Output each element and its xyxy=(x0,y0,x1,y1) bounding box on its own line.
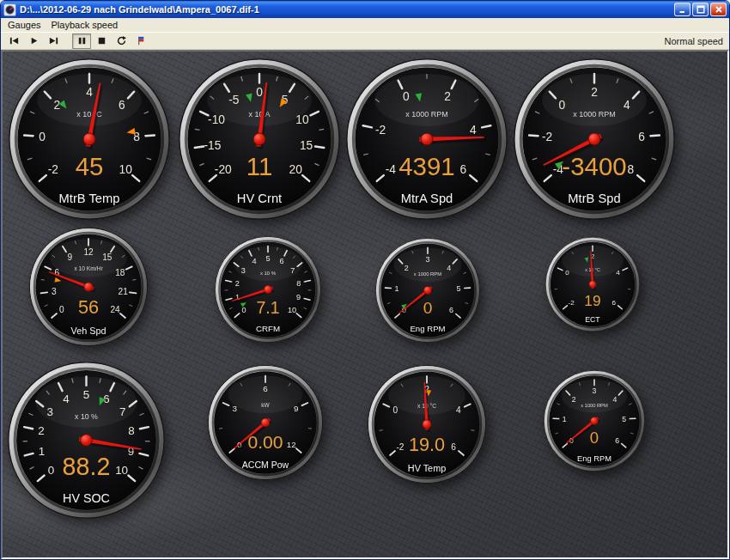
loop-icon xyxy=(116,35,127,46)
gauge-multiplier: x 10 A xyxy=(248,110,270,119)
gauge-scale-number: 15 xyxy=(300,139,313,152)
gauge-multiplier: x 10 % xyxy=(75,412,98,421)
gauge-scale-number: -2 xyxy=(375,124,386,137)
playback-speed-status: Normal speed xyxy=(665,36,726,46)
gauge-scale-number: -5 xyxy=(228,93,240,106)
gauge-multiplier: x 1000 RPM xyxy=(405,110,448,119)
gauge-scale-number: 6 xyxy=(451,442,456,452)
gauge-value: -3400 xyxy=(562,152,626,180)
gauge-eng-rpm: 0123456x 1000 RPM0Eng RPM xyxy=(374,237,481,344)
gauge-scale-number: 7 xyxy=(119,405,125,418)
needle-hub xyxy=(83,133,95,145)
gauge-value: 7.1 xyxy=(256,298,279,317)
gauge-scale-number: 2 xyxy=(405,264,409,272)
gauge-hv-soc: 012345678910x 10 %88.2HV SOC xyxy=(7,361,166,520)
gauge-scale-number: 6 xyxy=(119,99,125,112)
gauge-scale-number: 6 xyxy=(615,436,619,445)
close-button[interactable] xyxy=(710,3,727,16)
loop-playback-button[interactable] xyxy=(112,33,131,49)
gauge-scale-number: 12 xyxy=(287,440,296,449)
app-window: D:\...\2012-06-29 nach Grindelwald\Amper… xyxy=(0,0,730,560)
needle-hub xyxy=(591,417,599,425)
gauge-scale-number: 4 xyxy=(252,257,256,265)
gauge-scale-number: 3 xyxy=(233,404,238,413)
gauge-scale-number: 6 xyxy=(263,384,268,393)
gauge-scale-number: 4 xyxy=(624,99,630,112)
needle-hub xyxy=(589,281,596,288)
pause-button[interactable] xyxy=(72,33,91,49)
gauge-scale-number: 5 xyxy=(83,388,89,401)
gauge-scale-number: 4 xyxy=(456,405,461,414)
gauge-scale-number: 9 xyxy=(296,293,301,301)
gauge-value: 19 xyxy=(584,292,600,309)
skip-to-end-button[interactable] xyxy=(44,33,63,49)
gauge-scale-number: 6 xyxy=(612,299,617,307)
skip-start-icon xyxy=(9,35,20,46)
gauge-mtrb-temp: -20246810x 10 °C45MtrB Temp xyxy=(8,58,171,221)
gauge-scale-number: 2 xyxy=(235,279,240,288)
stop-button[interactable] xyxy=(92,33,111,49)
gauge-scale-number: -10 xyxy=(208,113,225,126)
title-bar[interactable]: D:\...\2012-06-29 nach Grindelwald\Amper… xyxy=(1,1,729,18)
gauge-label: MtrA Spd xyxy=(401,192,453,205)
gauge-scale-number: 10 xyxy=(288,306,296,314)
gauge-panel: -20246810x 10 °C45MtrB Temp-20-15-10-505… xyxy=(1,50,729,559)
needle-hub xyxy=(261,418,270,427)
pause-icon xyxy=(76,35,88,46)
gauge-scale-number: 0 xyxy=(403,90,410,103)
gauge-multiplier: x 10 °C xyxy=(76,110,102,119)
window-title: D:\...\2012-06-29 nach Grindelwald\Amper… xyxy=(20,4,674,15)
gauge-value: 0 xyxy=(590,429,599,447)
gauge-scale-number: 3 xyxy=(52,287,57,296)
gauge-scale-number: 5 xyxy=(622,415,626,423)
gauge-scale-number: 0 xyxy=(392,405,398,414)
gauge-scale-number: -2 xyxy=(569,299,575,307)
gauge-scale-number: 3 xyxy=(593,387,597,395)
gauge-value: 11 xyxy=(246,152,273,180)
gauge-scale-number: 2 xyxy=(591,86,598,99)
needle-hub xyxy=(423,420,431,429)
gauge-value: 88.2 xyxy=(63,453,111,480)
gauge-label: HV SOC xyxy=(63,491,110,505)
gauge-multiplier: kW xyxy=(261,402,270,408)
gauge-value: 4391 xyxy=(398,152,455,180)
gauge-scale-number: 4 xyxy=(447,264,451,272)
gauge-multiplier: x 1000 RPM xyxy=(573,110,616,119)
gauge-scale-number: 8 xyxy=(128,424,134,437)
gauge-mtra-spd: -4-20246x 1000 RPM4391MtrA Spd xyxy=(345,58,508,221)
gauge-label: Eng RPM xyxy=(577,454,611,463)
gauge-scale-number: 4 xyxy=(616,269,620,277)
skip-end-icon xyxy=(48,35,59,46)
minimize-button[interactable] xyxy=(674,3,690,16)
skip-to-start-button[interactable] xyxy=(4,33,23,49)
playback-marker-button[interactable] xyxy=(131,33,150,49)
gauge-scale-number: 12 xyxy=(83,247,94,257)
gauge-multiplier: x 1000 RPM xyxy=(414,271,441,277)
gauge-scale-number: 20 xyxy=(289,163,303,176)
gauge-scale-number: 4 xyxy=(86,86,93,99)
needle-hub xyxy=(84,283,93,291)
gauge-scale-number: -15 xyxy=(204,139,221,152)
maximize-button[interactable] xyxy=(692,3,709,16)
gauge-eng-rpm: 0123456x 1000 RPM0Eng RPM xyxy=(543,369,646,472)
gauge-scale-number: 2 xyxy=(38,424,44,437)
menu-gauges[interactable]: Gauges xyxy=(3,19,46,31)
gauge-scale-number: 1 xyxy=(39,445,45,458)
gauge-scale-number: 21 xyxy=(119,287,129,296)
gauge-hv-temp: -20246x 10 °C19.0HV Temp xyxy=(367,364,487,484)
needle-hub xyxy=(253,133,265,145)
minimize-icon xyxy=(678,5,687,14)
maximize-icon xyxy=(697,5,705,14)
play-button[interactable] xyxy=(24,33,43,49)
gauge-scale-number: -4 xyxy=(386,163,397,176)
needle-hub xyxy=(588,133,600,145)
gauge-label: HV Temp xyxy=(408,463,446,473)
gauge-scale-number: 6 xyxy=(638,131,645,143)
gauge-scale-number: -2 xyxy=(542,131,552,143)
transport-controls xyxy=(4,33,150,49)
gauge-label: ECT xyxy=(585,315,600,324)
gauge-veh-spd: 03691215182124x 10 Km/Hr56Veh Spd xyxy=(28,227,149,347)
gauge-scale-number: 5 xyxy=(265,254,270,263)
stop-icon xyxy=(96,35,107,46)
menu-playback-speed[interactable]: Playback speed xyxy=(46,19,124,31)
